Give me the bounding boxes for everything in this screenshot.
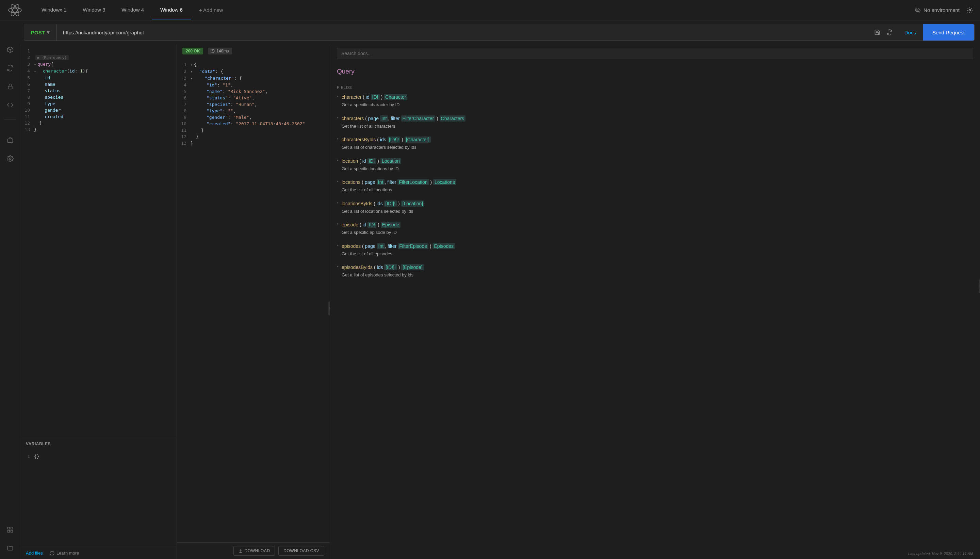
clock-icon: [211, 49, 215, 53]
window-tab[interactable]: Windowx 1: [33, 1, 74, 20]
save-request-button[interactable]: [874, 29, 880, 35]
docs-field-item[interactable]: characters ( page Int, filter FilterChar…: [337, 115, 973, 130]
refresh-button[interactable]: [886, 29, 893, 35]
add-files-link[interactable]: Add files: [26, 551, 43, 556]
docs-root-type[interactable]: Query: [337, 68, 973, 75]
docs-field-item[interactable]: episode ( id ID! ) EpisodeGet a specific…: [337, 221, 973, 236]
response-header: 200 OK 148ms: [177, 44, 330, 58]
main-content: 12▶ (Run query)3▾query{4▾ character(id: …: [0, 44, 980, 559]
svg-rect-12: [8, 531, 10, 533]
url-bar-row: POST ▾ Docs Send Request: [0, 20, 980, 44]
learn-more-label: Learn more: [56, 551, 79, 556]
topbar: Windowx 1Window 3Window 4Window 6 + Add …: [0, 0, 980, 20]
svg-point-1: [8, 8, 21, 13]
svg-rect-10: [8, 528, 10, 529]
no-env-label: No environment: [924, 7, 960, 13]
http-method-select[interactable]: POST ▾: [24, 24, 57, 41]
window-tab[interactable]: Window 4: [113, 1, 152, 20]
svg-rect-7: [8, 86, 12, 89]
download-button[interactable]: DOWNLOAD: [233, 546, 275, 556]
url-input[interactable]: [57, 24, 869, 41]
sidebar-grid-icon[interactable]: [6, 526, 14, 534]
eye-off-icon: [915, 7, 921, 13]
variables-content: {}: [34, 454, 40, 459]
download-csv-button[interactable]: DOWNLOAD CSV: [278, 546, 324, 556]
docs-field-item[interactable]: charactersByIds ( ids [ID!]! ) [Characte…: [337, 136, 973, 151]
query-pane: 12▶ (Run query)3▾query{4▾ character(id: …: [20, 44, 177, 559]
docs-search-input[interactable]: [337, 48, 973, 59]
environment-selector[interactable]: No environment: [915, 7, 960, 13]
status-badge: 200 OK: [182, 48, 203, 55]
sidebar-cube-icon[interactable]: [6, 46, 14, 54]
sidebar-settings-icon[interactable]: [6, 155, 14, 163]
window-tab[interactable]: Window 6: [152, 1, 191, 20]
settings-button[interactable]: [967, 7, 973, 13]
sidebar-folder-icon[interactable]: [6, 544, 14, 552]
variables-section: VARIABLES 1 {}: [20, 438, 177, 547]
docs-field-item[interactable]: character ( id ID! ) CharacterGet a spec…: [337, 94, 973, 108]
variables-editor[interactable]: 1 {}: [20, 450, 177, 547]
docs-field-item[interactable]: episodesByIds ( ids [ID!]! ) [Episode]Ge…: [337, 264, 973, 278]
http-method-label: POST: [31, 30, 45, 35]
docs-toggle-button[interactable]: Docs: [898, 24, 923, 41]
svg-point-0: [13, 8, 17, 12]
variables-header: VARIABLES: [20, 438, 177, 450]
info-icon: [49, 551, 54, 556]
response-viewer[interactable]: 1▾{2▾ "data": {3▾ "character": {4 "id": …: [177, 58, 330, 542]
docs-field-item[interactable]: episodes ( page Int, filter FilterEpisod…: [337, 243, 973, 257]
svg-rect-11: [10, 528, 13, 529]
timing-label: 148ms: [216, 49, 229, 53]
docs-section-label: FIELDS: [337, 86, 973, 89]
save-icon: [874, 29, 880, 35]
query-footer: Add files Learn more: [20, 547, 177, 559]
learn-more-link[interactable]: Learn more: [49, 551, 79, 556]
download-label: DOWNLOAD: [245, 549, 270, 553]
window-tabs: Windowx 1Window 3Window 4Window 6: [33, 1, 191, 20]
docs-field-item[interactable]: location ( id ID! ) LocationGet a specif…: [337, 158, 973, 172]
svg-point-9: [9, 158, 11, 160]
send-request-button[interactable]: Send Request: [923, 24, 974, 41]
sidebar-sync-icon[interactable]: [6, 64, 14, 72]
response-pane: 200 OK 148ms 1▾{2▾ "data": {3▾ "characte…: [177, 44, 330, 559]
add-tab-button[interactable]: + Add new: [191, 1, 231, 19]
svg-rect-13: [10, 531, 13, 533]
query-editor[interactable]: 12▶ (Run query)3▾query{4▾ character(id: …: [20, 44, 177, 438]
download-icon: [239, 549, 243, 553]
response-timing: 148ms: [208, 48, 232, 55]
svg-point-4: [969, 9, 971, 11]
docs-last-updated: Last updated: Nov 9, 2020, 2:44:11 AM: [330, 548, 980, 559]
window-tab[interactable]: Window 3: [74, 1, 113, 20]
sidebar: [0, 20, 20, 559]
refresh-icon: [886, 29, 893, 35]
pane-drag-handle-right[interactable]: ⋮: [328, 302, 330, 315]
sidebar-briefcase-icon[interactable]: [6, 136, 14, 144]
app-logo[interactable]: [7, 2, 23, 18]
sidebar-code-icon[interactable]: [6, 101, 14, 109]
gear-icon: [967, 7, 973, 13]
response-footer: DOWNLOAD DOWNLOAD CSV: [177, 542, 330, 559]
docs-field-item[interactable]: locationsByIds ( ids [ID!]! ) [Location]…: [337, 200, 973, 215]
svg-rect-8: [8, 139, 13, 143]
docs-field-item[interactable]: locations ( page Int, filter FilterLocat…: [337, 179, 973, 194]
sidebar-lock-icon[interactable]: [6, 83, 14, 91]
docs-pane: Query FIELDS character ( id ID! ) Charac…: [330, 44, 980, 559]
